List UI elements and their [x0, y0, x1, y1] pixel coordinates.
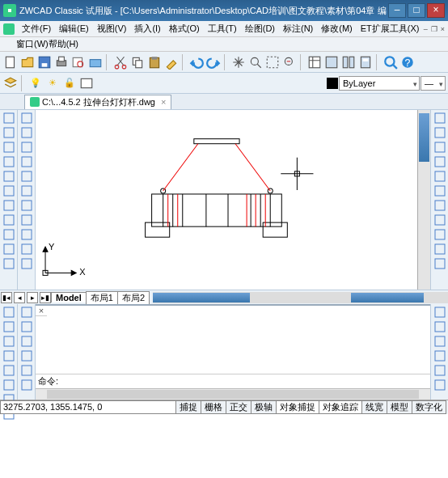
design-center-button[interactable]	[323, 54, 340, 70]
tab-nav-next[interactable]: ▸	[27, 292, 38, 303]
offset-button[interactable]	[433, 155, 446, 168]
extend-button[interactable]	[433, 257, 446, 270]
zoom-realtime-button[interactable]	[247, 54, 264, 70]
print-button[interactable]	[53, 54, 70, 70]
zoom-previous-button[interactable]	[281, 54, 298, 70]
leader-button[interactable]	[20, 228, 33, 241]
region-button[interactable]	[2, 379, 15, 391]
scrollbar-thumb[interactable]	[419, 113, 429, 162]
status-对象捕捉[interactable]: 对象捕捉	[276, 400, 319, 414]
dim-edit-button[interactable]	[20, 306, 33, 319]
pan-button[interactable]	[230, 54, 247, 70]
undo-button[interactable]	[188, 54, 205, 70]
rectangle-button[interactable]	[2, 170, 15, 183]
mirror-button[interactable]	[433, 141, 446, 154]
properties-button[interactable]	[306, 54, 323, 70]
point-button[interactable]	[2, 335, 15, 348]
save-button[interactable]	[36, 54, 53, 70]
lock-icon[interactable]: 🔓	[61, 75, 78, 91]
minimize-button[interactable]: –	[388, 3, 406, 18]
publish-button[interactable]	[87, 54, 104, 70]
break-at-point-button[interactable]	[433, 306, 446, 319]
tab-close-button[interactable]: ×	[161, 97, 166, 107]
command-line[interactable]: 命令:	[36, 374, 430, 388]
hatch-button[interactable]	[2, 349, 15, 362]
circle-button[interactable]	[2, 199, 15, 212]
polygon-button[interactable]	[2, 155, 15, 168]
arc-button[interactable]	[2, 184, 15, 197]
dim-radius-button[interactable]	[20, 141, 33, 154]
status-模型[interactable]: 模型	[387, 400, 412, 414]
make-block-button[interactable]	[2, 320, 15, 333]
layer-property-dropdown[interactable]: ByLayer	[339, 76, 420, 91]
explode-button[interactable]	[433, 379, 446, 391]
tab-nav-last[interactable]: ▸▮	[40, 292, 51, 303]
menu-edit[interactable]: 编辑(E)	[55, 22, 93, 36]
zoom-window-button[interactable]	[264, 54, 281, 70]
rotate-button[interactable]	[433, 199, 446, 212]
dim-linear-button[interactable]	[20, 112, 33, 125]
ellipse-button[interactable]	[2, 243, 15, 256]
stretch-button[interactable]	[433, 228, 446, 241]
ellipse-arc-button[interactable]	[2, 257, 15, 270]
dim-aligned-button[interactable]	[20, 126, 33, 139]
open-button[interactable]	[19, 54, 36, 70]
tab-layout2[interactable]: 布局2	[117, 291, 150, 304]
app-menu-icon[interactable]	[3, 23, 15, 35]
dim-break-button[interactable]	[20, 379, 33, 391]
command-hscroll[interactable]	[36, 388, 430, 400]
copy-button[interactable]	[129, 54, 146, 70]
layer-manager-button[interactable]	[2, 75, 19, 91]
document-tab[interactable]: C:\...4.5.2 拉伸台灯灯杆.dwg ×	[24, 95, 171, 109]
close-button[interactable]: ×	[427, 3, 445, 18]
tab-nav-first[interactable]: ▮◂	[1, 292, 12, 303]
status-栅格[interactable]: 栅格	[201, 400, 226, 414]
copy-button[interactable]	[433, 126, 446, 139]
sun-icon[interactable]: ☀	[44, 75, 61, 91]
break-button[interactable]	[433, 320, 446, 333]
construction-line-button[interactable]	[2, 126, 15, 139]
dim-style-button[interactable]	[20, 349, 33, 362]
menu-format[interactable]: 格式(O)	[165, 22, 204, 36]
paste-button[interactable]	[146, 54, 163, 70]
menu-insert[interactable]: 插入(I)	[130, 22, 164, 36]
status-对象追踪[interactable]: 对象追踪	[319, 400, 362, 414]
scale-button[interactable]	[433, 214, 446, 226]
trim-button[interactable]	[433, 243, 446, 256]
status-捕捉[interactable]: 捕捉	[175, 400, 201, 414]
tool-palettes-button[interactable]	[340, 54, 357, 70]
match-properties-button[interactable]	[163, 54, 180, 70]
cut-button[interactable]	[112, 54, 129, 70]
spline-button[interactable]	[2, 228, 15, 241]
dim-tedit-button[interactable]	[20, 320, 33, 333]
join-button[interactable]	[433, 335, 446, 348]
center-mark-button[interactable]	[20, 257, 33, 270]
tab-model[interactable]: Model	[51, 292, 87, 302]
dim-angular-button[interactable]	[20, 170, 33, 183]
array-button[interactable]	[433, 170, 446, 183]
redo-button[interactable]	[205, 54, 222, 70]
linetype-dropdown[interactable]: —	[421, 76, 446, 91]
dim-diameter-button[interactable]	[20, 155, 33, 168]
calculator-button[interactable]	[357, 54, 374, 70]
fillet-button[interactable]	[433, 364, 446, 377]
print-preview-button[interactable]	[70, 54, 87, 70]
tab-layout1[interactable]: 布局1	[86, 291, 118, 304]
new-button[interactable]	[2, 54, 19, 70]
drawing-canvas[interactable]: Y X	[36, 110, 417, 290]
status-数字化[interactable]: 数字化	[412, 400, 446, 414]
menu-et[interactable]: ET扩展工具(X)	[357, 22, 424, 36]
dim-override-button[interactable]	[20, 364, 33, 377]
vertical-scrollbar[interactable]	[417, 110, 430, 290]
dim-baseline-button[interactable]	[20, 199, 33, 212]
erase-button[interactable]	[433, 112, 446, 125]
zoom-button[interactable]	[382, 54, 399, 70]
revision-cloud-button[interactable]	[2, 214, 15, 226]
layer-tools-button[interactable]	[78, 75, 95, 91]
command-close-button[interactable]: ×	[36, 306, 47, 316]
mdi-restore-button[interactable]: ❐	[431, 25, 437, 33]
bulb-icon[interactable]: 💡	[27, 75, 44, 91]
menu-draw[interactable]: 绘图(D)	[241, 22, 279, 36]
command-history[interactable]	[36, 316, 430, 374]
line-button[interactable]	[2, 112, 15, 125]
